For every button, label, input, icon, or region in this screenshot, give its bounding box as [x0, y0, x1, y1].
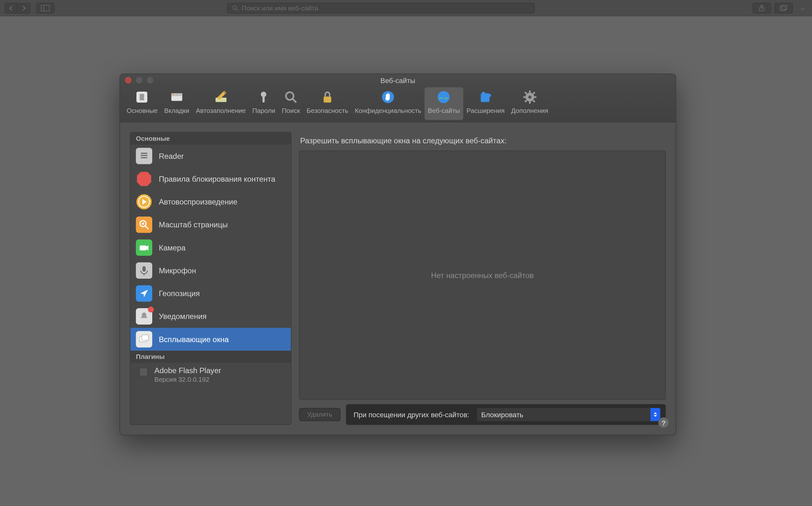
tab-privacy[interactable]: Конфиденциальность — [351, 87, 424, 120]
tab-label: Вкладки — [164, 107, 189, 114]
mic-icon — [136, 262, 152, 279]
tab-label: Безопасность — [306, 107, 348, 114]
sidebar-item-location[interactable]: Геопозиция — [130, 282, 291, 305]
tab-label: Пароли — [252, 107, 275, 114]
sidebar-item-page-zoom[interactable]: Масштаб страницы — [130, 214, 291, 236]
globe-icon — [436, 89, 452, 105]
tabs-icon — [169, 89, 184, 105]
tab-label: Веб-сайты — [428, 107, 460, 114]
camera-icon — [136, 239, 152, 256]
tab-advanced[interactable]: Дополнения — [508, 87, 552, 120]
tab-label: Дополнения — [511, 107, 548, 114]
websites-sidebar: Основные Reader Правила блокирования кон… — [130, 132, 291, 425]
plugin-row-flash[interactable]: Adobe Flash Player Версия 32.0.0.192 — [130, 363, 291, 387]
sidebar-item-popups[interactable]: Всплывающие окна — [130, 328, 291, 351]
sidebar-item-notifications[interactable]: Уведомления — [130, 305, 291, 328]
tab-label: Расширения — [467, 107, 505, 114]
svg-rect-14 — [215, 98, 226, 102]
badge-icon — [148, 307, 154, 313]
svg-marker-48 — [146, 245, 149, 250]
gear-icon — [522, 89, 537, 105]
section-header-main: Основные — [130, 133, 291, 145]
sidebar-toggle-button[interactable] — [36, 3, 55, 13]
svg-point-24 — [488, 94, 491, 97]
plugin-checkbox[interactable] — [139, 368, 148, 376]
svg-point-2 — [233, 6, 237, 9]
sidebar-item-autoplay[interactable]: Автовоспроизведение — [130, 190, 291, 213]
svg-point-27 — [528, 95, 531, 99]
tab-extensions[interactable]: Расширения — [464, 87, 508, 120]
svg-rect-16 — [263, 96, 265, 103]
sidebar-item-label: Автовоспроизведение — [159, 197, 238, 206]
svg-rect-6 — [782, 5, 787, 9]
notifications-icon — [136, 308, 152, 325]
svg-marker-51 — [140, 290, 148, 298]
sidebar-item-content-blockers[interactable]: Правила блокирования контента — [130, 167, 291, 190]
svg-point-25 — [482, 92, 485, 95]
delete-button[interactable]: Удалить — [299, 408, 340, 421]
browser-toolbar: Поиск или имя веб-сайта + — [0, 0, 812, 16]
sidebar-item-label: Масштаб страницы — [159, 220, 228, 229]
tab-tabs[interactable]: Вкладки — [161, 87, 192, 120]
svg-point-21 — [438, 91, 450, 103]
tab-passwords[interactable]: Пароли — [249, 87, 278, 120]
tab-security[interactable]: Безопасность — [303, 87, 351, 120]
sidebar-item-label: Микрофон — [159, 266, 196, 275]
svg-line-32 — [525, 92, 526, 94]
new-tab-button[interactable]: + — [798, 3, 808, 14]
svg-line-3 — [236, 9, 238, 11]
other-websites-label: При посещении других веб-сайтов: — [354, 411, 470, 419]
websites-list[interactable]: Нет настроенных веб-сайтов — [299, 151, 666, 400]
svg-point-17 — [286, 92, 294, 100]
plugin-name: Adobe Flash Player — [155, 366, 221, 375]
select-value: Блокировать — [481, 411, 523, 419]
sidebar-item-microphone[interactable]: Микрофон — [130, 259, 291, 282]
plugin-version: Версия 32.0.0.192 — [155, 376, 221, 383]
prefs-tabbar: Основные Вкладки Автозаполнение Пароли — [120, 86, 675, 122]
sidebar-item-label: Геопозиция — [159, 289, 200, 298]
zoom-icon — [136, 217, 152, 233]
address-bar[interactable]: Поиск или имя веб-сайта — [227, 3, 535, 14]
location-icon — [136, 285, 152, 302]
svg-marker-39 — [137, 172, 151, 186]
sidebar-item-label: Правила блокирования контента — [159, 175, 275, 184]
svg-rect-5 — [780, 6, 785, 11]
tab-autofill[interactable]: Автозаполнение — [192, 87, 249, 120]
forward-button[interactable] — [17, 3, 30, 13]
stop-icon — [136, 171, 152, 187]
preferences-window: Веб-сайты Основные Вкладки Автозаполнени… — [119, 74, 676, 435]
reader-icon — [136, 148, 152, 164]
lock-icon — [320, 89, 335, 105]
svg-rect-0 — [41, 5, 50, 11]
main-heading: Разрешить всплывающие окна на следующих … — [300, 136, 666, 145]
tab-websites[interactable]: Веб-сайты — [424, 87, 463, 120]
back-button[interactable] — [4, 3, 17, 13]
svg-rect-8 — [140, 94, 144, 100]
tab-label: Основные — [127, 107, 158, 114]
help-button[interactable]: ? — [658, 417, 669, 428]
windows-icon — [136, 331, 152, 347]
chevron-updown-icon — [651, 408, 660, 421]
other-websites-bar: При посещении других веб-сайтов: Блокиро… — [346, 404, 665, 425]
svg-point-11 — [173, 94, 174, 95]
svg-rect-19 — [324, 97, 331, 103]
tabs-button[interactable] — [774, 3, 793, 14]
svg-rect-53 — [142, 335, 149, 340]
share-button[interactable] — [752, 3, 771, 14]
sidebar-item-label: Камера — [159, 243, 185, 252]
other-websites-select[interactable]: Блокировать — [477, 408, 660, 421]
sidebar-item-label: Уведомления — [159, 312, 207, 321]
search-icon — [283, 89, 299, 105]
sidebar-item-reader[interactable]: Reader — [130, 145, 291, 167]
sidebar-item-camera[interactable]: Камера — [130, 236, 291, 259]
tab-label: Конфиденциальность — [355, 107, 421, 114]
window-title: Веб-сайты — [120, 76, 675, 84]
window-titlebar[interactable]: Веб-сайты — [120, 74, 675, 86]
search-icon — [232, 5, 239, 11]
tab-search[interactable]: Поиск — [278, 87, 303, 120]
svg-line-33 — [533, 100, 535, 102]
sidebar-item-label: Reader — [159, 152, 184, 160]
svg-rect-49 — [142, 266, 146, 272]
tab-general[interactable]: Основные — [124, 87, 161, 120]
hand-icon — [380, 89, 396, 105]
